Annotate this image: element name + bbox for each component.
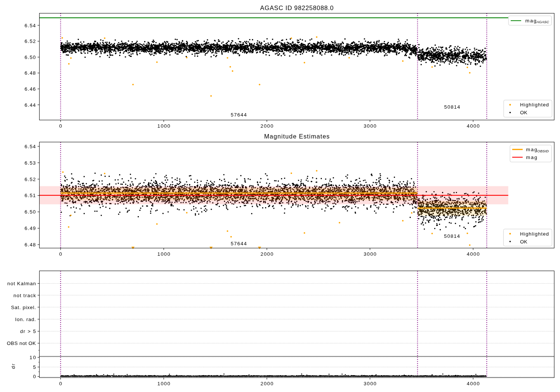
svg-text:5: 5 — [33, 364, 36, 370]
svg-text:4000: 4000 — [467, 123, 479, 129]
svg-text:3000: 3000 — [364, 123, 376, 129]
svg-text:6.48: 6.48 — [25, 70, 36, 76]
svg-text:Magnitude Estimates: Magnitude Estimates — [264, 133, 329, 140]
svg-text:2000: 2000 — [261, 251, 273, 257]
svg-text:6.52: 6.52 — [25, 38, 36, 44]
svg-text:4000: 4000 — [467, 381, 479, 386]
svg-text:OBS not OK: OBS not OK — [7, 340, 36, 346]
svg-text:6.53: 6.53 — [25, 160, 36, 166]
svg-text:6.54: 6.54 — [25, 144, 36, 149]
svg-text:3000: 3000 — [364, 251, 376, 257]
svg-text:0: 0 — [59, 251, 62, 257]
svg-text:dr: dr — [10, 364, 16, 369]
svg-text:6.54: 6.54 — [25, 23, 36, 28]
svg-text:AGASC: AGASC — [536, 20, 550, 24]
svg-text:OK: OK — [520, 110, 527, 115]
svg-text:6.48: 6.48 — [25, 242, 36, 248]
svg-text:50814: 50814 — [444, 233, 460, 239]
svg-text:6.50: 6.50 — [25, 55, 36, 60]
svg-text:2000: 2000 — [261, 381, 273, 386]
svg-text:not track: not track — [13, 293, 36, 298]
svg-text:6.49: 6.49 — [25, 225, 36, 231]
svg-text:1000: 1000 — [158, 381, 170, 386]
svg-text:1000: 1000 — [158, 251, 170, 257]
svg-text:Ion. rad.: Ion. rad. — [15, 317, 36, 322]
svg-text:6.46: 6.46 — [25, 86, 36, 92]
svg-text:1000: 1000 — [158, 123, 170, 129]
svg-text:0: 0 — [59, 123, 62, 129]
svg-text:mag: mag — [526, 147, 537, 152]
svg-text:0: 0 — [59, 381, 62, 386]
svg-text:mag: mag — [525, 18, 536, 24]
svg-text:6.44: 6.44 — [25, 102, 36, 108]
svg-text:2000: 2000 — [261, 123, 273, 129]
svg-text:AGASC ID 982258088.0: AGASC ID 982258088.0 — [260, 4, 333, 12]
svg-text:not Kalman: not Kalman — [7, 281, 36, 286]
svg-text:mag: mag — [526, 155, 537, 160]
svg-text:6.52: 6.52 — [25, 177, 36, 182]
svg-text:OK: OK — [520, 239, 527, 245]
svg-text:4000: 4000 — [467, 251, 479, 257]
svg-text:50814: 50814 — [444, 104, 460, 110]
svg-text:0: 0 — [33, 374, 36, 379]
svg-text:OBSID: OBSID — [537, 149, 549, 153]
svg-text:6.51: 6.51 — [25, 193, 36, 198]
svg-text:6.50: 6.50 — [25, 209, 36, 215]
svg-text:57644: 57644 — [231, 112, 247, 118]
svg-text:Sat. pixel.: Sat. pixel. — [11, 305, 36, 310]
svg-text:3000: 3000 — [364, 381, 376, 386]
svg-text:57644: 57644 — [231, 241, 247, 246]
svg-text:dr > 5: dr > 5 — [20, 329, 36, 334]
